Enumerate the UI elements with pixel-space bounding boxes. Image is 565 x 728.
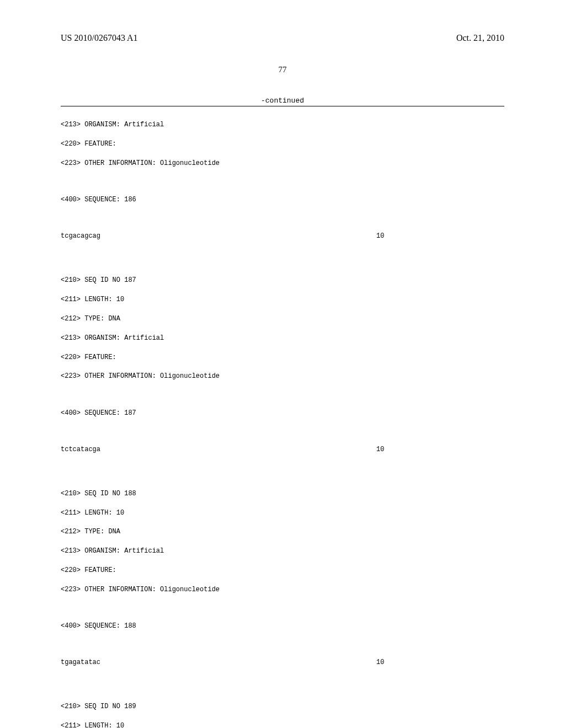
continued-label: -continued [61,97,504,105]
publication-date: Oct. 21, 2010 [456,33,504,43]
seq-meta-line: <220> FEATURE: [61,566,504,575]
seq-meta-line: <211> LENGTH: 10 [61,508,504,518]
seq-sequence-header: <400> SEQUENCE: 188 [61,622,504,631]
seq-meta-line: <212> TYPE: DNA [61,527,504,537]
seq-value-row: tcgacagcag10 [61,232,504,241]
seq-meta-line: <223> OTHER INFORMATION: Oligonucleotide [61,372,504,381]
page-container: US 2010/0267043 A1 Oct. 21, 2010 77 -con… [0,0,565,728]
page-header: US 2010/0267043 A1 Oct. 21, 2010 [61,33,504,43]
seq-meta-line: <220> FEATURE: [61,353,504,362]
seq-meta-line: <210> SEQ ID NO 188 [61,489,504,499]
seq-meta-line: <211> LENGTH: 10 [61,295,504,304]
seq-sequence-header: <400> SEQUENCE: 186 [61,195,504,205]
seq-meta-line: <223> OTHER INFORMATION: Oligonucleotide [61,585,504,595]
seq-meta-line: <210> SEQ ID NO 187 [61,276,504,285]
seq-value-row: tgagatatac10 [61,658,504,667]
seq-meta-line: <223> OTHER INFORMATION: Oligonucleotide [61,159,504,168]
seq-sequence-header: <400> SEQUENCE: 187 [61,409,504,418]
sequence-listing: <213> ORGANISM: Artificial <220> FEATURE… [61,111,504,728]
publication-number: US 2010/0267043 A1 [61,33,138,43]
divider [61,106,504,106]
seq-length: 10 [376,445,384,454]
seq-meta-line: <213> ORGANISM: Artificial [61,334,504,343]
seq-value-row: tctcatacga10 [61,445,504,454]
seq-value: tgagatatac [61,658,100,667]
seq-length: 10 [376,232,384,241]
seq-meta-line: <211> LENGTH: 10 [61,721,504,728]
seq-meta-line: <212> TYPE: DNA [61,314,504,324]
seq-meta-line: <210> SEQ ID NO 189 [61,702,504,711]
seq-meta-line: <213> ORGANISM: Artificial [61,547,504,556]
seq-meta-line: <220> FEATURE: [61,140,504,149]
page-number: 77 [61,65,504,74]
seq-value: tctcatacga [61,445,100,454]
seq-length: 10 [376,658,384,667]
seq-meta-line: <213> ORGANISM: Artificial [61,120,504,130]
seq-value: tcgacagcag [61,232,100,241]
